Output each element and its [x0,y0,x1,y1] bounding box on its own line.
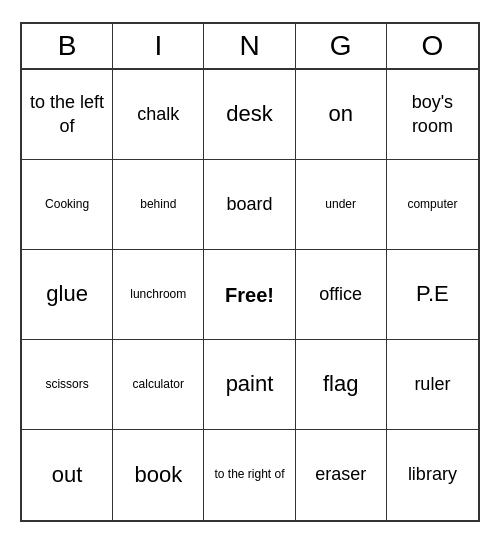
bingo-cell-16: calculator [113,340,204,430]
bingo-board: BINGO to the left ofchalkdeskonboy's roo… [20,22,480,522]
bingo-cell-3: on [296,70,387,160]
header-letter-N: N [204,24,295,68]
bingo-cell-10: glue [22,250,113,340]
bingo-cell-4: boy's room [387,70,478,160]
bingo-cell-23: eraser [296,430,387,520]
bingo-cell-18: flag [296,340,387,430]
header-letter-I: I [113,24,204,68]
bingo-cell-9: computer [387,160,478,250]
bingo-cell-14: P.E [387,250,478,340]
bingo-cell-11: lunchroom [113,250,204,340]
bingo-cell-24: library [387,430,478,520]
bingo-cell-1: chalk [113,70,204,160]
bingo-header: BINGO [22,24,478,70]
bingo-cell-17: paint [204,340,295,430]
header-letter-O: O [387,24,478,68]
bingo-cell-6: behind [113,160,204,250]
bingo-cell-22: to the right of [204,430,295,520]
header-letter-B: B [22,24,113,68]
bingo-cell-12: Free! [204,250,295,340]
bingo-cell-0: to the left of [22,70,113,160]
bingo-cell-8: under [296,160,387,250]
bingo-cell-13: office [296,250,387,340]
bingo-cell-20: out [22,430,113,520]
header-letter-G: G [296,24,387,68]
bingo-cell-15: scissors [22,340,113,430]
bingo-cell-7: board [204,160,295,250]
bingo-cell-5: Cooking [22,160,113,250]
bingo-cell-21: book [113,430,204,520]
bingo-cell-19: ruler [387,340,478,430]
bingo-grid: to the left ofchalkdeskonboy's roomCooki… [22,70,478,520]
bingo-cell-2: desk [204,70,295,160]
